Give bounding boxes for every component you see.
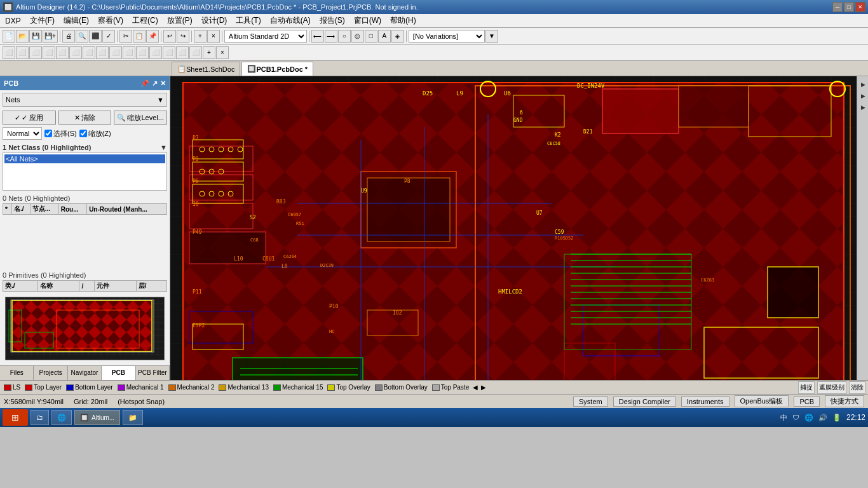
layer-top[interactable]: Top Layer [24,384,63,391]
tb-route5[interactable]: □ [365,30,377,43]
ptab-files[interactable]: Files [0,366,34,380]
tb-route3[interactable]: ○ [338,30,351,43]
taskbar-explorer[interactable]: 🗂 [31,410,49,425]
tb-route2[interactable]: ⟶ [325,30,337,43]
tab-pcb[interactable]: 🔲 PCB1.PcbDoc * [241,62,313,76]
tb2-sep1[interactable]: ⬜ [136,46,149,59]
panel-float[interactable]: ↗ [152,79,158,88]
tb2-2[interactable]: ⬜ [16,46,29,59]
tb2-13[interactable]: ⬜ [176,46,189,59]
tb-route-icons[interactable]: ⟵ [311,30,324,43]
tb2-4[interactable]: ⬜ [43,46,55,59]
tb-copy[interactable]: 📋 [133,30,146,43]
tb-undo[interactable]: ↩ [163,30,176,43]
tb-print[interactable]: 🖨 [62,30,75,43]
layer-scroll-right[interactable]: ▶ [480,384,487,391]
tb-drc[interactable]: ✓ [102,30,115,43]
zoom-checkbox[interactable] [79,130,87,137]
zoom-button[interactable]: 🔍 缩放Level... [114,111,167,125]
tb2-7[interactable]: ⬜ [83,46,95,59]
prim-col-name[interactable]: 名称 [37,281,79,292]
layer-mech13[interactable]: Mechanical 13 [217,384,269,391]
nets-dropdown-header[interactable]: Nets ▼ [3,93,167,107]
tb2-5[interactable]: ⬜ [56,46,69,59]
tb-variation-more[interactable]: ▼ [485,30,498,43]
tb-zoom-fit[interactable]: 🔍 [76,30,88,43]
tb2-11[interactable]: ⬜ [149,46,162,59]
apply-button[interactable]: ✓ ✓ 应用 [3,111,56,125]
layer-mech15[interactable]: Mechanical 15 [272,384,324,391]
menu-report[interactable]: 报告(S) [316,14,349,27]
tb-route7[interactable]: ◈ [391,30,404,43]
tb2-3[interactable]: ⬜ [29,46,42,59]
tb2-1[interactable]: ⬜ [3,46,15,59]
prim-col-comp[interactable]: 元件 [95,281,137,292]
tb-paste[interactable]: 📌 [146,30,159,43]
rs-item-1[interactable]: ▶ [858,79,867,90]
status-openbus[interactable]: OpenBus编板 [735,395,789,407]
layer-bottomoverlay[interactable]: Bottom Overlay [374,384,429,391]
filter-option[interactable]: 选择(S) [44,129,77,139]
tb2-9[interactable]: ⬜ [109,46,122,59]
tb-layers[interactable]: ⬛ [89,30,102,43]
layer-mech2[interactable]: Mechanical 2 [167,384,216,391]
tb2-10[interactable]: ⬜ [123,46,135,59]
taskbar-app4[interactable]: 📁 [123,410,143,425]
layer-bottom[interactable]: Bottom Layer [65,384,114,391]
ptab-filter[interactable]: PCB Filter [136,366,170,380]
status-system[interactable]: System [573,396,608,407]
tb2-14[interactable]: ⬜ [189,46,202,59]
filter-checkbox[interactable] [44,130,52,137]
nets-col-name[interactable]: 名./ [11,204,30,215]
tb-saveall[interactable]: 💾+ [43,30,58,43]
menu-file[interactable]: 文件(F) [26,14,58,27]
menu-window[interactable]: 窗口(W) [350,14,385,27]
menu-edit[interactable]: 编辑(E) [60,14,93,27]
maximize-button[interactable]: □ [844,2,854,12]
menu-project[interactable]: 工程(C) [128,14,162,27]
menu-autoroute[interactable]: 自动布线(A) [266,14,315,27]
minimize-button[interactable]: ─ [832,2,843,12]
close-button[interactable]: ✕ [855,2,865,12]
view-combo[interactable]: Altium Standard 2D [224,30,307,43]
tb-route4[interactable]: ◎ [351,30,364,43]
menu-view[interactable]: 察看(V) [94,14,127,27]
menu-help[interactable]: 帮助(H) [386,14,420,27]
tb-save[interactable]: 💾 [29,30,42,43]
tb-misc1[interactable]: + [194,30,207,43]
layer-capture[interactable]: 捕捉 [798,381,815,394]
panel-close[interactable]: ✕ [160,79,166,88]
tb2-6[interactable]: ⬜ [69,46,82,59]
status-pcb[interactable]: PCB [794,396,820,407]
tb-cut[interactable]: ✂ [119,30,132,43]
nets-col-unrouted[interactable]: Un-Routed (Manh... [87,204,167,215]
panel-header-controls[interactable]: 📌 ↗ ✕ [140,79,166,88]
clear-button[interactable]: ✕ 清除 [58,111,112,125]
layer-mask[interactable]: 遮膜级别 [817,381,846,394]
status-design-compiler[interactable]: Design Compiler [613,396,676,407]
menu-design[interactable]: 设计(D) [198,14,231,27]
tb2-12[interactable]: ⬜ [163,46,175,59]
panel-pin[interactable]: 📌 [140,79,149,88]
layer-topoverlay[interactable]: Top Overlay [326,384,371,391]
pcb-canvas[interactable]: D25 L9 U6 DC_IN24V 6 GND K2 D21 C6C58 C5… [170,76,857,380]
nets-col-star[interactable]: * [3,204,12,215]
taskbar-browser[interactable]: 🌐 [51,410,72,425]
minimap[interactable] [5,297,165,360]
rs-item-3[interactable]: ▶ [858,102,867,113]
tab-schematic[interactable]: 📋 Sheet1.SchDoc [172,62,240,76]
ptab-navigator[interactable]: Navigator [68,366,102,380]
tb2-16[interactable]: × [216,46,229,59]
zoom-option[interactable]: 缩放(Z) [79,129,111,139]
title-bar-controls[interactable]: ─ □ ✕ [832,2,865,12]
status-shortcuts[interactable]: 快捷方式 [825,395,864,407]
layer-clear[interactable]: 清除 [849,381,865,394]
nets-col-nodes[interactable]: 节点... [30,204,58,215]
taskbar-altium[interactable]: 🔲 Altium... [74,410,120,425]
menu-dxp[interactable]: DXP [1,15,25,27]
tb-new[interactable]: 📄 [3,30,15,43]
prim-col-type[interactable]: 类./ [3,281,38,292]
rs-item-2[interactable]: ▶ [858,90,867,102]
menu-tools[interactable]: 工具(T) [232,14,264,27]
status-instruments[interactable]: Instruments [681,396,729,407]
